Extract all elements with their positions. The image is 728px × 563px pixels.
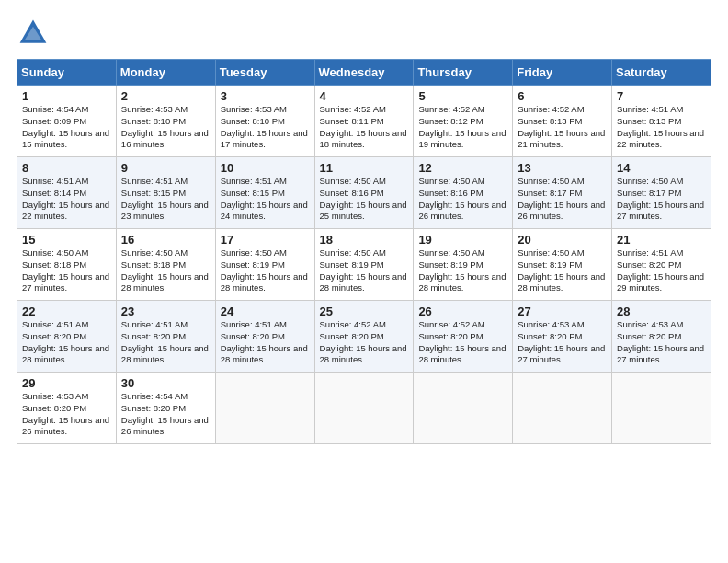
day-number: 12 xyxy=(418,161,507,175)
header xyxy=(17,17,711,50)
calendar-cell: 10Sunrise: 4:51 AM Sunset: 8:15 PM Dayli… xyxy=(215,157,314,229)
calendar-cell: 5Sunrise: 4:52 AM Sunset: 8:12 PM Daylig… xyxy=(414,86,513,157)
calendar-cell: 30Sunrise: 4:54 AM Sunset: 8:20 PM Dayli… xyxy=(116,373,215,444)
day-number: 30 xyxy=(121,376,210,390)
day-info: Sunrise: 4:53 AM Sunset: 8:20 PM Dayligh… xyxy=(617,319,706,366)
calendar-cell: 13Sunrise: 4:50 AM Sunset: 8:17 PM Dayli… xyxy=(513,157,612,229)
calendar-cell: 24Sunrise: 4:51 AM Sunset: 8:20 PM Dayli… xyxy=(215,301,314,373)
calendar-cell: 21Sunrise: 4:51 AM Sunset: 8:20 PM Dayli… xyxy=(612,229,711,301)
day-info: Sunrise: 4:50 AM Sunset: 8:16 PM Dayligh… xyxy=(418,176,507,223)
day-number: 8 xyxy=(22,161,111,175)
day-info: Sunrise: 4:51 AM Sunset: 8:13 PM Dayligh… xyxy=(617,104,706,151)
day-info: Sunrise: 4:52 AM Sunset: 8:20 PM Dayligh… xyxy=(320,319,409,366)
calendar-cell xyxy=(215,373,314,444)
calendar-cell: 22Sunrise: 4:51 AM Sunset: 8:20 PM Dayli… xyxy=(17,301,117,373)
day-info: Sunrise: 4:50 AM Sunset: 8:16 PM Dayligh… xyxy=(320,176,409,223)
calendar-cell: 4Sunrise: 4:52 AM Sunset: 8:11 PM Daylig… xyxy=(314,86,414,157)
calendar-cell xyxy=(612,373,711,444)
day-number: 4 xyxy=(320,89,409,103)
day-info: Sunrise: 4:50 AM Sunset: 8:19 PM Dayligh… xyxy=(518,247,607,294)
day-info: Sunrise: 4:54 AM Sunset: 8:20 PM Dayligh… xyxy=(121,391,210,438)
day-number: 11 xyxy=(320,161,409,175)
day-info: Sunrise: 4:50 AM Sunset: 8:17 PM Dayligh… xyxy=(518,176,607,223)
calendar-cell: 29Sunrise: 4:53 AM Sunset: 8:20 PM Dayli… xyxy=(17,373,117,444)
calendar-cell: 15Sunrise: 4:50 AM Sunset: 8:18 PM Dayli… xyxy=(17,229,117,301)
calendar-cell: 1Sunrise: 4:54 AM Sunset: 8:09 PM Daylig… xyxy=(17,86,117,157)
calendar-cell: 27Sunrise: 4:53 AM Sunset: 8:20 PM Dayli… xyxy=(513,301,612,373)
day-info: Sunrise: 4:50 AM Sunset: 8:19 PM Dayligh… xyxy=(418,247,507,294)
day-info: Sunrise: 4:50 AM Sunset: 8:17 PM Dayligh… xyxy=(617,176,706,223)
calendar-cell: 20Sunrise: 4:50 AM Sunset: 8:19 PM Dayli… xyxy=(513,229,612,301)
day-number: 22 xyxy=(22,304,111,318)
day-number: 6 xyxy=(518,89,607,103)
day-number: 17 xyxy=(221,233,310,247)
calendar-cell: 14Sunrise: 4:50 AM Sunset: 8:17 PM Dayli… xyxy=(612,157,711,229)
day-info: Sunrise: 4:51 AM Sunset: 8:20 PM Dayligh… xyxy=(617,247,706,294)
calendar-week-3: 15Sunrise: 4:50 AM Sunset: 8:18 PM Dayli… xyxy=(17,229,711,301)
calendar-week-4: 22Sunrise: 4:51 AM Sunset: 8:20 PM Dayli… xyxy=(17,301,711,373)
calendar-cell: 8Sunrise: 4:51 AM Sunset: 8:14 PM Daylig… xyxy=(17,157,117,229)
day-number: 28 xyxy=(617,304,706,318)
day-number: 13 xyxy=(518,161,607,175)
day-number: 9 xyxy=(121,161,210,175)
calendar-cell: 3Sunrise: 4:53 AM Sunset: 8:10 PM Daylig… xyxy=(215,86,314,157)
day-info: Sunrise: 4:53 AM Sunset: 8:20 PM Dayligh… xyxy=(518,319,607,366)
calendar-cell: 2Sunrise: 4:53 AM Sunset: 8:10 PM Daylig… xyxy=(116,86,215,157)
day-info: Sunrise: 4:52 AM Sunset: 8:12 PM Dayligh… xyxy=(418,104,507,151)
calendar-cell xyxy=(314,373,414,444)
calendar-cell: 11Sunrise: 4:50 AM Sunset: 8:16 PM Dayli… xyxy=(314,157,414,229)
calendar-cell: 19Sunrise: 4:50 AM Sunset: 8:19 PM Dayli… xyxy=(414,229,513,301)
day-number: 3 xyxy=(221,89,310,103)
day-number: 21 xyxy=(617,233,706,247)
day-number: 5 xyxy=(418,89,507,103)
calendar-cell: 9Sunrise: 4:51 AM Sunset: 8:15 PM Daylig… xyxy=(116,157,215,229)
calendar-cell: 17Sunrise: 4:50 AM Sunset: 8:19 PM Dayli… xyxy=(215,229,314,301)
weekday-header-wednesday: Wednesday xyxy=(314,60,414,86)
day-number: 20 xyxy=(518,233,607,247)
day-info: Sunrise: 4:51 AM Sunset: 8:20 PM Dayligh… xyxy=(221,319,310,366)
day-number: 26 xyxy=(418,304,507,318)
weekday-header-saturday: Saturday xyxy=(612,60,711,86)
calendar-cell: 26Sunrise: 4:52 AM Sunset: 8:20 PM Dayli… xyxy=(414,301,513,373)
day-info: Sunrise: 4:53 AM Sunset: 8:20 PM Dayligh… xyxy=(22,391,111,438)
calendar-cell: 25Sunrise: 4:52 AM Sunset: 8:20 PM Dayli… xyxy=(314,301,414,373)
calendar-cell: 18Sunrise: 4:50 AM Sunset: 8:19 PM Dayli… xyxy=(314,229,414,301)
day-number: 23 xyxy=(121,304,210,318)
calendar-cell: 6Sunrise: 4:52 AM Sunset: 8:13 PM Daylig… xyxy=(513,86,612,157)
day-number: 24 xyxy=(221,304,310,318)
calendar-week-5: 29Sunrise: 4:53 AM Sunset: 8:20 PM Dayli… xyxy=(17,373,711,444)
day-number: 14 xyxy=(617,161,706,175)
logo xyxy=(17,17,53,50)
calendar-cell: 16Sunrise: 4:50 AM Sunset: 8:18 PM Dayli… xyxy=(116,229,215,301)
calendar-cell: 28Sunrise: 4:53 AM Sunset: 8:20 PM Dayli… xyxy=(612,301,711,373)
day-info: Sunrise: 4:52 AM Sunset: 8:13 PM Dayligh… xyxy=(518,104,607,151)
day-info: Sunrise: 4:50 AM Sunset: 8:18 PM Dayligh… xyxy=(22,247,111,294)
calendar-cell xyxy=(513,373,612,444)
day-number: 25 xyxy=(320,304,409,318)
weekday-header-tuesday: Tuesday xyxy=(215,60,314,86)
day-info: Sunrise: 4:52 AM Sunset: 8:20 PM Dayligh… xyxy=(418,319,507,366)
page: SundayMondayTuesdayWednesdayThursdayFrid… xyxy=(0,0,728,563)
day-info: Sunrise: 4:50 AM Sunset: 8:18 PM Dayligh… xyxy=(121,247,210,294)
day-info: Sunrise: 4:53 AM Sunset: 8:10 PM Dayligh… xyxy=(221,104,310,151)
day-info: Sunrise: 4:51 AM Sunset: 8:15 PM Dayligh… xyxy=(121,176,210,223)
day-info: Sunrise: 4:51 AM Sunset: 8:20 PM Dayligh… xyxy=(121,319,210,366)
day-info: Sunrise: 4:51 AM Sunset: 8:14 PM Dayligh… xyxy=(22,176,111,223)
day-info: Sunrise: 4:50 AM Sunset: 8:19 PM Dayligh… xyxy=(221,247,310,294)
day-info: Sunrise: 4:52 AM Sunset: 8:11 PM Dayligh… xyxy=(320,104,409,151)
calendar-cell xyxy=(414,373,513,444)
day-number: 2 xyxy=(121,89,210,103)
day-number: 16 xyxy=(121,233,210,247)
day-info: Sunrise: 4:54 AM Sunset: 8:09 PM Dayligh… xyxy=(22,104,111,151)
day-number: 7 xyxy=(617,89,706,103)
day-number: 27 xyxy=(518,304,607,318)
day-number: 19 xyxy=(418,233,507,247)
calendar-cell: 23Sunrise: 4:51 AM Sunset: 8:20 PM Dayli… xyxy=(116,301,215,373)
day-number: 1 xyxy=(22,89,111,103)
calendar-cell: 12Sunrise: 4:50 AM Sunset: 8:16 PM Dayli… xyxy=(414,157,513,229)
logo-icon xyxy=(17,17,50,50)
day-number: 10 xyxy=(221,161,310,175)
day-info: Sunrise: 4:51 AM Sunset: 8:20 PM Dayligh… xyxy=(22,319,111,366)
day-info: Sunrise: 4:50 AM Sunset: 8:19 PM Dayligh… xyxy=(320,247,409,294)
day-number: 18 xyxy=(320,233,409,247)
